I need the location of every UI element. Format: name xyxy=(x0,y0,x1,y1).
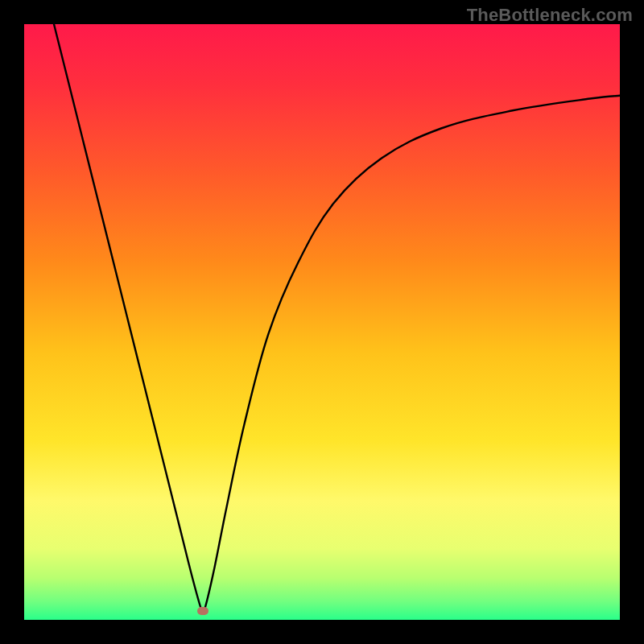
chart-frame: TheBottleneck.com xyxy=(0,0,644,644)
watermark-text: TheBottleneck.com xyxy=(467,5,633,26)
bottleneck-curve xyxy=(24,24,620,620)
plot-area xyxy=(24,24,620,620)
minimum-marker xyxy=(197,607,208,615)
